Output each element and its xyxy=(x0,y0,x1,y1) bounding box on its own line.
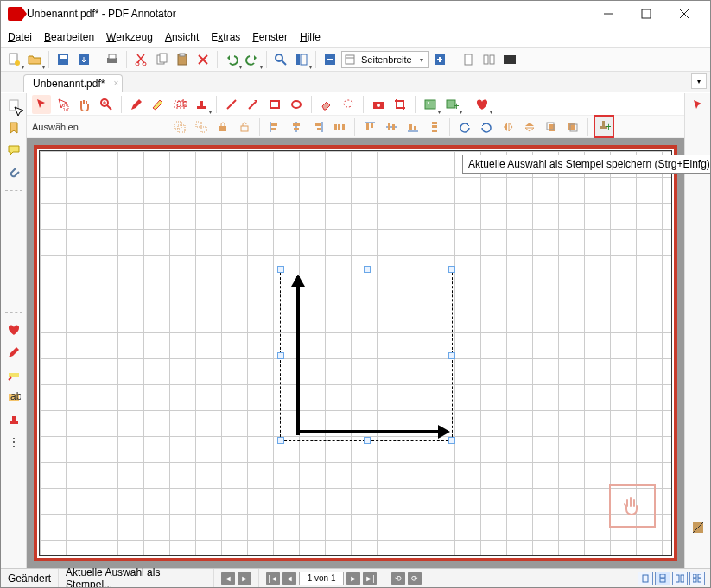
redo-button[interactable]: ▾ xyxy=(243,50,262,69)
rect-tool-button[interactable] xyxy=(265,95,284,114)
menu-fenster[interactable]: Fenster xyxy=(252,31,288,43)
ungroup-button[interactable] xyxy=(192,117,211,136)
fav-stamp-icon[interactable] xyxy=(5,411,22,428)
bring-front-button[interactable] xyxy=(542,117,561,136)
zoom-combo[interactable]: Seitenbreite ▾ xyxy=(341,51,429,68)
arrow-horizontal[interactable] xyxy=(296,430,448,433)
handle-n[interactable] xyxy=(364,266,371,273)
menu-extras[interactable]: Extras xyxy=(211,31,240,43)
panel-attachment-icon[interactable] xyxy=(5,164,22,181)
lock-button[interactable] xyxy=(213,117,232,136)
handle-w[interactable] xyxy=(277,352,284,359)
prev-page-button[interactable]: ◄ xyxy=(282,572,296,585)
rotate-right-button[interactable] xyxy=(477,117,496,136)
nav-forward-button[interactable]: ⟳ xyxy=(408,572,422,585)
distribute-h-button[interactable] xyxy=(330,117,349,136)
delete-button[interactable] xyxy=(194,50,213,69)
lasso-tool-button[interactable] xyxy=(54,95,73,114)
send-back-button[interactable] xyxy=(563,117,582,136)
align-middle-v-button[interactable] xyxy=(382,117,401,136)
zoom-out-button[interactable] xyxy=(321,50,340,69)
pointer-mode-icon[interactable] xyxy=(691,98,705,115)
document-tab-active[interactable]: Unbenannt.pdf* × xyxy=(23,74,123,92)
unlock-button[interactable] xyxy=(235,117,254,136)
zoom-dropdown-icon[interactable]: ▾ xyxy=(416,56,428,64)
view-two-page-button[interactable] xyxy=(672,572,688,585)
zoom-in-button[interactable] xyxy=(430,50,449,69)
undo-button[interactable]: ▾ xyxy=(222,50,241,69)
pdf-page[interactable] xyxy=(34,145,677,561)
fav-pen-icon[interactable] xyxy=(5,344,22,361)
group-button[interactable] xyxy=(170,117,189,136)
zoom-tool-button[interactable] xyxy=(97,95,116,114)
rotate-left-button[interactable] xyxy=(455,117,474,136)
handle-nw[interactable] xyxy=(277,266,284,273)
menu-bearbeiten[interactable]: Bearbeiten xyxy=(44,31,94,43)
paste-button[interactable] xyxy=(173,50,192,69)
menu-datei[interactable]: Datei xyxy=(8,31,32,43)
flip-v-button[interactable] xyxy=(520,117,539,136)
nav-back-button[interactable]: ⟲ xyxy=(391,572,405,585)
page-input[interactable]: 1 von 1 xyxy=(299,572,344,585)
save-selection-as-stamp-button[interactable]: + xyxy=(594,115,614,138)
selection-box[interactable] xyxy=(280,269,453,441)
close-tab-icon[interactable]: × xyxy=(114,79,119,88)
textbox-tool-button[interactable]: ab xyxy=(170,95,189,114)
line-tool-button[interactable] xyxy=(222,95,241,114)
snapshot-tool-button[interactable] xyxy=(369,95,388,114)
menu-hilfe[interactable]: Hilfe xyxy=(300,31,321,43)
view-continuous-button[interactable] xyxy=(655,572,670,585)
panel-bookmark-icon[interactable] xyxy=(5,119,22,136)
sidebar-toggle-button[interactable]: ▾ xyxy=(292,50,311,69)
menu-werkzeug[interactable]: Werkzeug xyxy=(106,31,153,43)
search-button[interactable] xyxy=(271,50,290,69)
panel-comment-icon[interactable] xyxy=(5,142,22,159)
marker-tool-button[interactable] xyxy=(149,95,168,114)
stamp-next-button[interactable]: ► xyxy=(238,572,251,585)
handle-s[interactable] xyxy=(364,437,371,444)
stamp-tool-button[interactable]: ▾ xyxy=(192,95,211,114)
handle-sw[interactable] xyxy=(277,437,284,444)
export-button[interactable] xyxy=(74,50,93,69)
close-button[interactable] xyxy=(665,2,703,26)
fullscreen-button[interactable] xyxy=(500,50,519,69)
menu-ansicht[interactable]: Ansicht xyxy=(165,31,199,43)
align-bottom-button[interactable] xyxy=(403,117,422,136)
handle-e[interactable] xyxy=(448,352,455,359)
cut-button[interactable] xyxy=(131,50,150,69)
color-swatch-icon[interactable] xyxy=(691,521,705,537)
canvas-area[interactable] xyxy=(27,138,684,568)
pan-tool-button[interactable] xyxy=(75,95,94,114)
first-page-button[interactable]: |◄ xyxy=(266,572,280,585)
crop-tool-button[interactable] xyxy=(390,95,409,114)
copy-button[interactable] xyxy=(152,50,171,69)
stamp-prev-button[interactable]: ◄ xyxy=(221,572,235,585)
fav-more-icon[interactable]: ⋮ xyxy=(5,433,22,451)
image-insert-button[interactable]: ▾ xyxy=(421,95,440,114)
arrow-vertical[interactable] xyxy=(296,276,300,435)
handle-ne[interactable] xyxy=(448,266,455,273)
next-page-button[interactable]: ► xyxy=(346,572,360,585)
two-page-button[interactable] xyxy=(479,50,498,69)
flip-h-button[interactable] xyxy=(498,117,517,136)
align-right-button[interactable] xyxy=(308,117,327,136)
align-left-button[interactable] xyxy=(265,117,284,136)
ellipse-tool-button[interactable] xyxy=(287,95,306,114)
last-page-button[interactable]: ►| xyxy=(363,572,377,585)
favorite-button[interactable]: ▾ xyxy=(473,95,492,114)
single-page-button[interactable] xyxy=(459,50,478,69)
fav-marker-icon[interactable] xyxy=(5,366,22,383)
select-tool-button[interactable] xyxy=(32,95,51,114)
save-button[interactable] xyxy=(54,50,73,69)
arrow-tool-button[interactable] xyxy=(244,95,263,114)
distribute-v-button[interactable] xyxy=(425,117,444,136)
align-top-button[interactable] xyxy=(360,117,379,136)
align-center-h-button[interactable] xyxy=(287,117,306,136)
new-doc-button[interactable]: ▾ xyxy=(4,50,23,69)
pen-tool-button[interactable] xyxy=(127,95,146,114)
handle-se[interactable] xyxy=(448,437,455,444)
maximize-button[interactable] xyxy=(627,2,665,26)
view-single-button[interactable] xyxy=(638,572,653,585)
minimize-button[interactable] xyxy=(589,2,627,26)
image-add-button[interactable]: +▾ xyxy=(442,95,461,114)
